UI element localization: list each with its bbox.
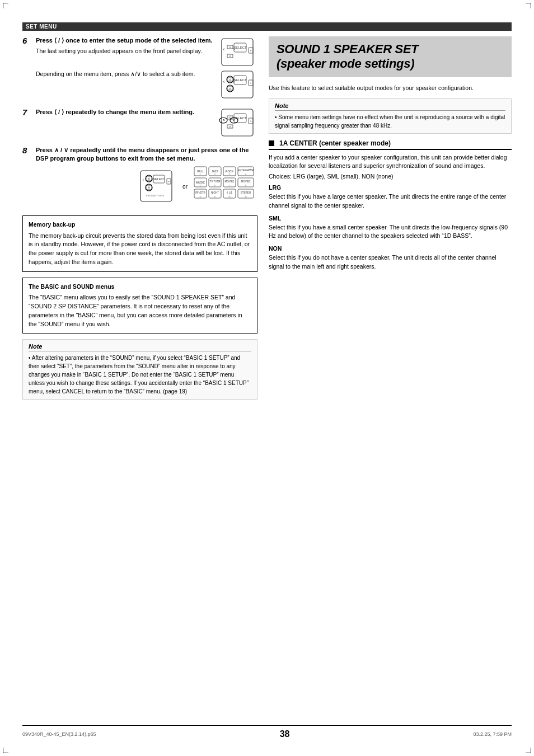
svg-text:PROG BUTTONS: PROG BUTTONS <box>146 194 164 197</box>
svg-text:⑨: ⑨ <box>199 195 202 198</box>
note-box-right: Note • Some menu item settings have no e… <box>269 98 512 134</box>
choice-sml: SML Select this if you have a small cent… <box>269 215 512 241</box>
svg-text:›: › <box>233 46 235 52</box>
section-desc: Use this feature to select suitable outp… <box>269 84 512 93</box>
svg-text:∧: ∧ <box>229 78 231 81</box>
svg-text:∧: ∧ <box>148 177 150 180</box>
corner-mark-tl <box>3 3 8 8</box>
svg-text:STEREO: STEREO <box>241 191 251 194</box>
step-6-number: 6 <box>22 36 32 45</box>
choice-lrg-text: Select this if you have a large center s… <box>269 192 512 210</box>
svg-text:SELECT: SELECT <box>233 46 247 49</box>
svg-text:NIGHT: NIGHT <box>211 191 219 194</box>
main-columns: 6 Press ⟨ / ⟩ once to enter the setup mo… <box>22 36 512 728</box>
page-number: 38 <box>280 729 290 739</box>
step-8-number: 8 <box>22 145 32 155</box>
black-square-icon <box>269 140 274 146</box>
choice-non: NON Select this if you do not have a cen… <box>269 245 512 271</box>
note-right-text: • Some menu item settings have no effect… <box>275 113 505 130</box>
svg-text:∨: ∨ <box>229 125 231 128</box>
svg-text:②: ② <box>214 173 216 176</box>
svg-text:+: + <box>250 119 252 123</box>
footer-left: 09V340R_40-45_EN(3.2.14).p65 <box>22 731 96 737</box>
step-8-title: Press ∧ / ∨ repeatedly until the menu di… <box>36 146 257 163</box>
footer-right: 03.2.25, 7:59 PM <box>473 731 512 737</box>
svg-text:MOVIE2: MOVIE2 <box>241 180 251 183</box>
choice-sml-title: SML <box>269 215 512 222</box>
step-6-desc2: Depending on the menu item, press ∧/∨ to… <box>36 70 213 79</box>
right-column: SOUND 1 SPEAKER SET (speaker mode settin… <box>269 36 512 728</box>
step-6-title: Press ⟨ / ⟩ once to enter the setup mode… <box>36 36 213 45</box>
svg-text:④: ④ <box>245 173 247 176</box>
memory-backup-title: Memory back-up <box>29 220 251 229</box>
section-title: SOUND 1 SPEAKER SET (speaker mode settin… <box>277 42 504 72</box>
svg-text:TV THTR: TV THTR <box>210 180 221 183</box>
section-title-box: SOUND 1 SPEAKER SET (speaker mode settin… <box>269 36 512 77</box>
memory-backup-text: The memory back-up circuit prevents the … <box>29 232 251 267</box>
svg-text:∧: ∧ <box>229 45 231 49</box>
basic-sound-title: The BASIC and SOUND menus <box>29 283 251 292</box>
svg-text:SELECT: SELECT <box>233 78 247 82</box>
svg-text:①: ① <box>199 173 202 176</box>
svg-text:⑧: ⑧ <box>245 184 247 187</box>
svg-text:⑦: ⑦ <box>228 184 231 187</box>
section-header: SET MENU <box>22 22 512 31</box>
step-8: 8 Press ∧ / ∨ repeatedly until the menu … <box>22 146 257 208</box>
svg-text:‹: ‹ <box>143 177 144 183</box>
subsection-intro: If you add a center speaker to your spea… <box>269 153 512 171</box>
basic-sound-box: The BASIC and SOUND menus The “BASIC” me… <box>22 278 257 334</box>
step-6-diagram-bottom: ∧ ∨ SELECT + ‹ › <box>217 70 257 100</box>
choice-non-title: NON <box>269 245 512 252</box>
page-footer: 09V340R_40-45_EN(3.2.14).p65 38 03.2.25,… <box>22 725 512 739</box>
svg-text:MOVIE1: MOVIE1 <box>224 180 235 183</box>
svg-text:∨: ∨ <box>229 54 231 58</box>
note-2-content: After altering parameters in the “SOUND”… <box>29 355 249 395</box>
choice-non-text: Select this if you do not have a center … <box>269 253 512 271</box>
corner-mark-br <box>526 748 531 753</box>
step-7: 7 Press ⟨ / ⟩ repeatedly to change the m… <box>22 108 257 138</box>
svg-text:⑪: ⑪ <box>228 195 231 198</box>
basic-sound-text: The “BASIC” menu allows you to easily se… <box>29 293 251 328</box>
subsection-1a-center-title: 1A CENTER (center speaker mode) <box>269 139 512 150</box>
step-7-number: 7 <box>22 107 32 117</box>
corner-mark-bl <box>3 748 8 753</box>
svg-text:∨: ∨ <box>148 186 150 189</box>
step-6: 6 Press ⟨ / ⟩ once to enter the setup mo… <box>22 36 257 100</box>
svg-text:⑥: ⑥ <box>214 184 216 187</box>
svg-text:‹: ‹ <box>223 46 225 52</box>
step-7-diagram: ∧ ∨ SELECT + ‹ › <box>217 108 257 138</box>
svg-text:⑩: ⑩ <box>214 195 216 198</box>
step-6-desc: The last setting you adjusted appears on… <box>36 47 213 56</box>
or-label: or <box>182 184 188 190</box>
step-8-content: Press ∧ / ∨ repeatedly until the menu di… <box>36 146 257 208</box>
svg-text:⑫: ⑫ <box>245 195 247 198</box>
memory-backup-box: Memory back-up The memory back-up circui… <box>22 215 257 272</box>
content-area: SET MENU 6 Press ⟨ / ⟩ once to enter the… <box>22 22 512 728</box>
choices-line: Choices: LRG (large), SML (small), NON (… <box>269 173 512 180</box>
step-8-diagrams: ∧ ∨ SELECT + ‹ › <box>36 166 257 208</box>
svg-text:‹: ‹ <box>223 79 225 84</box>
note-2-label: Note <box>29 343 251 351</box>
step-7-content: Press ⟨ / ⟩ repeatedly to change the men… <box>36 108 257 138</box>
note-2-text: • After altering parameters in the “SOUN… <box>29 354 251 396</box>
left-column: 6 Press ⟨ / ⟩ once to enter the setup mo… <box>22 36 257 728</box>
header-title: SET MENU <box>26 24 57 30</box>
step-7-title: Press ⟨ / ⟩ repeatedly to change the men… <box>36 108 213 116</box>
svg-text:③: ③ <box>228 173 231 176</box>
choice-sml-text: Select this if you have a small center s… <box>269 223 512 241</box>
note-right-label: Note <box>275 102 505 111</box>
svg-text:+: + <box>250 81 252 84</box>
choice-lrg: LRG Select this if you have a large cent… <box>269 184 512 210</box>
svg-text:+: + <box>250 49 252 52</box>
step-6-content: Press ⟨ / ⟩ once to enter the setup mode… <box>36 36 257 100</box>
svg-text:II L/1: II L/1 <box>227 191 233 194</box>
choice-lrg-title: LRG <box>269 184 512 191</box>
svg-text:ENTER/WWM: ENTER/WWM <box>238 169 254 172</box>
svg-text:∨: ∨ <box>229 87 231 90</box>
corner-mark-tr <box>526 3 531 8</box>
svg-text:+: + <box>168 180 170 183</box>
step-6-diagram-top: ∧ ∨ SELECT + ‹ › <box>217 37 257 68</box>
svg-text:⑤: ⑤ <box>199 184 202 187</box>
svg-text:SELECT: SELECT <box>153 177 165 181</box>
svg-text:RF /DTR: RF /DTR <box>195 191 205 194</box>
